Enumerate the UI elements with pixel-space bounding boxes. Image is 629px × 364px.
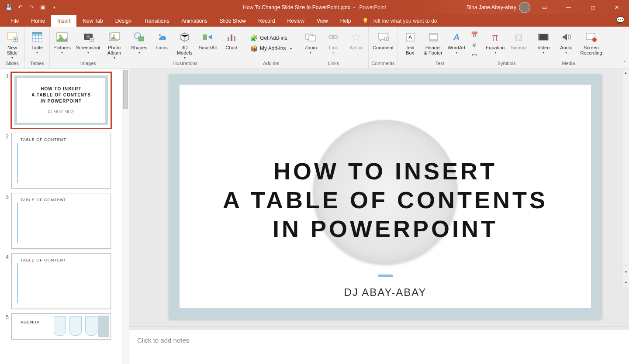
slide-number: 3 bbox=[3, 193, 9, 249]
prev-slide-button[interactable]: ⬥ bbox=[622, 266, 629, 277]
equation-icon: π bbox=[488, 30, 502, 44]
workspace: 1 HOW TO INSERT A TABLE OF CONTENTS IN P… bbox=[0, 69, 629, 364]
divider-accent bbox=[378, 275, 393, 277]
icons-button[interactable]: Icons bbox=[152, 29, 172, 51]
group-illustrations: Shapes ▾ Icons 3D Models ▾ SmartArt Char… bbox=[127, 27, 244, 69]
tab-help[interactable]: Help bbox=[334, 15, 357, 27]
undo-icon[interactable]: ↶ bbox=[17, 4, 24, 11]
chart-button[interactable]: Chart bbox=[222, 29, 241, 51]
thumbnail-3[interactable]: 3 TABLE OF CONTENT bbox=[3, 193, 125, 249]
tell-me-search[interactable]: 💡 Tell me what you want to do bbox=[362, 18, 437, 27]
thumb1-l1: HOW TO INSERT bbox=[41, 86, 81, 92]
tab-review[interactable]: Review bbox=[281, 15, 311, 27]
date-time-button[interactable]: 📅 bbox=[470, 30, 479, 39]
maximize-button[interactable]: ◻ bbox=[583, 0, 602, 14]
smartart-button[interactable]: SmartArt bbox=[198, 29, 218, 51]
screenshot-button[interactable]: Screenshot ▾ bbox=[75, 29, 101, 55]
tab-design[interactable]: Design bbox=[109, 15, 138, 27]
video-label: Video bbox=[537, 45, 550, 50]
my-addins-button[interactable]: 📦My Add-ins▾ bbox=[249, 44, 294, 53]
user-account[interactable]: Dina Jane Abay-abay bbox=[467, 2, 530, 13]
thumbnail-4[interactable]: 4 TABLE OF CONTENT bbox=[3, 253, 125, 309]
3d-models-button[interactable]: 3D Models ▾ bbox=[175, 29, 194, 61]
tab-animations[interactable]: Animations bbox=[175, 15, 213, 27]
shapes-button[interactable]: Shapes ▾ bbox=[130, 29, 149, 55]
qat-dropdown-icon[interactable]: ▾ bbox=[51, 4, 58, 11]
slide[interactable]: HOW TO INSERT A TABLE OF CONTENTS IN POW… bbox=[169, 74, 601, 319]
group-links: Zoom ▾ Link ▾ Action Links bbox=[298, 27, 369, 69]
minimize-button[interactable]: — bbox=[559, 0, 578, 14]
tab-newtab[interactable]: New Tab bbox=[76, 15, 109, 27]
header-footer-button[interactable]: Header & Footer bbox=[423, 29, 443, 56]
table-button[interactable]: Table ▾ bbox=[28, 29, 47, 55]
action-icon bbox=[349, 30, 363, 44]
chevron-down-icon: ▾ bbox=[114, 56, 115, 60]
close-button[interactable]: ✕ bbox=[607, 0, 626, 14]
slide-title-l2: A TABLE OF CONTENTS bbox=[180, 185, 591, 214]
agenda-label: AGENDA bbox=[21, 320, 40, 324]
chart-label: Chart bbox=[226, 45, 238, 50]
slide-number-button[interactable]: # bbox=[470, 40, 479, 49]
pictures-button[interactable]: Pictures ▾ bbox=[52, 29, 72, 55]
slide-number: 4 bbox=[3, 253, 9, 309]
redo-icon[interactable]: ↷ bbox=[28, 4, 35, 11]
tab-file[interactable]: File bbox=[4, 15, 25, 27]
link-button[interactable]: Link ▾ bbox=[324, 29, 343, 55]
chevron-down-icon: ▾ bbox=[543, 51, 544, 55]
scroll-up-icon[interactable]: ▴ bbox=[622, 69, 629, 76]
avatar-icon bbox=[519, 2, 530, 13]
link-icon bbox=[326, 30, 340, 44]
thumbnail-5[interactable]: 5 AGENDA bbox=[3, 313, 125, 340]
tab-slideshow[interactable]: Slide Show bbox=[214, 15, 252, 27]
chart-icon bbox=[225, 30, 238, 44]
comment-button[interactable]: Comment bbox=[372, 29, 394, 51]
share-icon[interactable]: 💬 bbox=[616, 16, 625, 24]
tab-insert[interactable]: Insert bbox=[51, 15, 76, 27]
app-name: PowerPoint bbox=[359, 4, 386, 10]
textbox-button[interactable]: A Text Box bbox=[401, 29, 420, 56]
action-button[interactable]: Action bbox=[346, 29, 366, 51]
start-from-beginning-icon[interactable]: ▣ bbox=[39, 4, 46, 11]
screen-recording-button[interactable]: Screen Recording bbox=[579, 29, 603, 56]
symbol-button[interactable]: Ω Symbol bbox=[509, 29, 528, 51]
panel-scrollbar[interactable] bbox=[122, 69, 129, 364]
next-slide-button[interactable]: ⬥ bbox=[622, 277, 629, 288]
photo-album-label: Photo Album bbox=[107, 45, 121, 55]
slide-author[interactable]: DJ ABAY-ABAY bbox=[180, 286, 591, 299]
zoom-button[interactable]: Zoom ▾ bbox=[301, 29, 320, 55]
tab-transitions[interactable]: Transitions bbox=[138, 15, 175, 27]
tab-view[interactable]: View bbox=[311, 15, 334, 27]
file-name: How To Change Slide Size In PowerPoint.p… bbox=[243, 4, 350, 10]
thumbnail-1[interactable]: 1 HOW TO INSERT A TABLE OF CONTENTS IN P… bbox=[3, 72, 125, 128]
tab-home[interactable]: Home bbox=[25, 15, 51, 27]
ribbon-display-options-icon[interactable]: ▭ bbox=[535, 0, 554, 14]
chevron-down-icon: ▾ bbox=[565, 51, 567, 55]
symbol-label: Symbol bbox=[511, 45, 527, 50]
collapse-ribbon-button[interactable]: ˆ bbox=[624, 61, 626, 67]
svg-rect-28 bbox=[429, 33, 437, 35]
svg-rect-31 bbox=[539, 34, 548, 40]
object-button[interactable]: ▭ bbox=[470, 50, 479, 59]
canvas-scrollbar[interactable]: ▴ ⬥ ⬥ bbox=[622, 69, 629, 287]
wordart-button[interactable]: A WordArt ▾ bbox=[447, 29, 466, 55]
new-slide-icon bbox=[5, 30, 19, 44]
photo-album-icon bbox=[107, 30, 121, 44]
tab-record[interactable]: Record bbox=[252, 15, 281, 27]
get-addins-button[interactable]: 🧩Get Add-ins bbox=[249, 34, 294, 42]
slide-number: 2 bbox=[3, 133, 9, 189]
group-comments: Comment Comments bbox=[369, 27, 397, 69]
video-button[interactable]: Video ▾ bbox=[534, 29, 553, 55]
photo-album-button[interactable]: Photo Album ▾ bbox=[105, 29, 124, 61]
group-media: Video ▾ Audio ▾ Screen Recording Media bbox=[531, 27, 605, 69]
svg-point-22 bbox=[332, 35, 338, 39]
equation-button[interactable]: π Equation ▾ bbox=[485, 29, 505, 55]
slide-title[interactable]: HOW TO INSERT A TABLE OF CONTENTS IN POW… bbox=[180, 157, 591, 243]
audio-button[interactable]: Audio ▾ bbox=[556, 29, 576, 55]
slide-canvas-area[interactable]: HOW TO INSERT A TABLE OF CONTENTS IN POW… bbox=[129, 69, 629, 326]
quick-access-toolbar: 💾 ↶ ↷ ▣ ▾ bbox=[0, 4, 58, 11]
toc-label: TABLE OF CONTENT bbox=[21, 137, 66, 142]
thumbnail-2[interactable]: 2 TABLE OF CONTENT bbox=[3, 133, 125, 189]
new-slide-button[interactable]: New Slide ▾ bbox=[3, 29, 22, 61]
notes-pane[interactable]: Click to add notes bbox=[129, 329, 629, 364]
save-icon[interactable]: 💾 bbox=[5, 4, 12, 11]
